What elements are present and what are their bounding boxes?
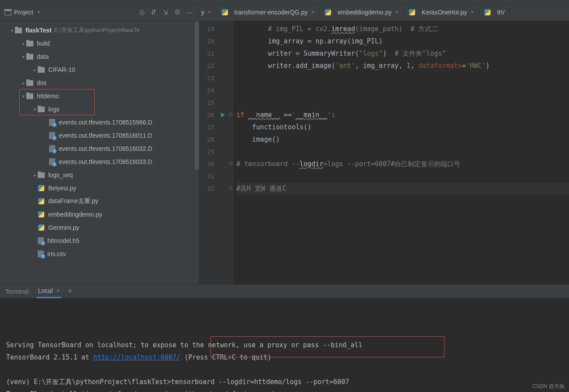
- tree-item-dist[interactable]: dist: [0, 76, 199, 89]
- terminal-tab-local[interactable]: Local ×: [36, 285, 62, 298]
- code-line[interactable]: [236, 146, 569, 158]
- tree-item-label: httmodel.h5: [47, 237, 79, 244]
- code-line[interactable]: # tensorboard --logdir=logs --port=6007#…: [236, 158, 569, 170]
- tree-item-Genmini-py[interactable]: Genmini.py: [0, 221, 199, 234]
- tree-item-build[interactable]: build: [0, 37, 199, 50]
- tree-item-label: Beiyesi.py: [48, 185, 76, 192]
- line-number: 26: [199, 109, 214, 121]
- collapse-all-icon[interactable]: ⇲: [161, 8, 170, 16]
- tree-item-Beiyesi-py[interactable]: Beiyesi.py: [0, 182, 199, 195]
- tree-arrow-icon[interactable]: [9, 28, 15, 33]
- fold-icon[interactable]: ⊟: [228, 182, 234, 195]
- tree-arrow-icon[interactable]: [20, 54, 26, 59]
- code-line[interactable]: [236, 72, 569, 84]
- run-icon[interactable]: [218, 109, 228, 121]
- chevron-down-icon[interactable]: ▾: [38, 10, 40, 14]
- project-tree[interactable]: flaskTestE:\开发工具\pythonProject\flaskTebu…: [0, 21, 199, 284]
- terminal-line: TensorBoard 2.15.1 at http://localhost:6…: [6, 351, 563, 363]
- python-file-icon: [221, 9, 228, 16]
- sidebar-title[interactable]: Project: [14, 9, 33, 16]
- gutter-blank: [228, 60, 234, 72]
- code-line[interactable]: writer = SummaryWriter("logs") # 文件夹"log…: [236, 47, 569, 60]
- tree-item-logs[interactable]: logs: [0, 103, 199, 116]
- code-line[interactable]: if __name__ =='__main__':: [236, 109, 569, 121]
- code-line[interactable]: image(): [236, 133, 569, 146]
- tree-item-dataFrame---py[interactable]: dataFrame去重.py: [0, 195, 199, 208]
- tree-item-logs-seq[interactable]: logs_seq: [0, 168, 199, 182]
- gutter-blank: [228, 133, 234, 146]
- minimize-icon[interactable]: —: [185, 8, 195, 16]
- editor-tab[interactable]: ttV: [480, 4, 509, 21]
- tree-item-events-out-tfevents-1708516033-D[interactable]: events.out.tfevents.1708516033.D: [0, 155, 199, 168]
- code-line[interactable]: [236, 96, 569, 109]
- code-line[interactable]: img_array = np.array(img_PIL): [236, 35, 569, 47]
- tree-item-label: events.out.tfevents.1708516033.D: [59, 158, 152, 165]
- add-terminal-icon[interactable]: +: [68, 287, 72, 296]
- close-icon[interactable]: ×: [394, 9, 399, 15]
- tree-item-label: embeddingdemo.py: [48, 211, 102, 218]
- editor-tab[interactable]: transformer-encoderQG.py×: [217, 4, 320, 21]
- gear-icon[interactable]: ⚙: [173, 8, 182, 16]
- editor-tab[interactable]: embeddingdemo.py×: [320, 4, 404, 21]
- line-number: 19: [199, 23, 214, 35]
- tree-arrow-icon[interactable]: [20, 94, 26, 99]
- tree-item-events-out-tfevents-1708515966-D[interactable]: events.out.tfevents.1708515966.D: [0, 116, 199, 129]
- tree-arrow-icon[interactable]: [20, 81, 26, 86]
- terminal-panel: Terminal: Local × + Serving TensorBoard …: [0, 284, 569, 392]
- code-line[interactable]: #高H 宽W 通道C: [236, 182, 569, 195]
- breadcrumb-bar: [0, 0, 569, 4]
- code-line[interactable]: # img_PIL = cv2.imread(image_path) # 方式二: [236, 23, 569, 35]
- terminal-line: Serving TensorBoard on localhost; to exp…: [6, 339, 563, 351]
- close-icon[interactable]: ×: [207, 9, 212, 15]
- terminal-line: (venv) E:\开发工具\pythonProject\flaskTest>t…: [6, 376, 563, 388]
- tree-arrow-icon[interactable]: [20, 41, 26, 46]
- terminal-link[interactable]: http://localhost:6007/: [93, 353, 181, 361]
- line-number: 30: [199, 158, 214, 170]
- editor-tab[interactable]: y×: [199, 4, 217, 21]
- expand-all-icon[interactable]: ⇵: [149, 8, 158, 16]
- code-line[interactable]: writer.add_image('ant', img_array, 1, da…: [236, 60, 569, 72]
- terminal-line: TensorFlow installation not found - runn…: [6, 388, 563, 392]
- code-editor[interactable]: # img_PIL = cv2.imread(image_path) # 方式二…: [234, 21, 569, 284]
- tree-arrow-icon[interactable]: [32, 107, 38, 112]
- tree-item-flaskTest[interactable]: flaskTestE:\开发工具\pythonProject\flaskTe: [0, 24, 199, 37]
- code-line[interactable]: [236, 170, 569, 182]
- tree-item-embeddingdemo-py[interactable]: embeddingdemo.py: [0, 208, 199, 221]
- unknown-file-icon: [49, 119, 55, 126]
- folder-icon: [26, 80, 33, 86]
- tree-item-events-out-tfevents-1708516011-D[interactable]: events.out.tfevents.1708516011.D: [0, 129, 199, 142]
- tree-arrow-icon[interactable]: [32, 173, 38, 178]
- tree-item-data[interactable]: data: [0, 50, 199, 63]
- editor-area: y×transformer-encoderQG.py×embeddingdemo…: [199, 4, 569, 284]
- tree-item-httmodel-h5[interactable]: httmodel.h5: [0, 234, 199, 247]
- code-line[interactable]: [236, 84, 569, 96]
- fold-icon[interactable]: ⊟: [228, 158, 234, 170]
- tab-label: ttV: [497, 9, 505, 16]
- fold-icon[interactable]: ⊟: [228, 109, 234, 121]
- tree-arrow-icon[interactable]: [32, 68, 38, 72]
- project-sidebar: Project ▾ ◎ ⇵ ⇲ ⚙ — flaskTestE:\开发工具\pyt…: [0, 4, 199, 284]
- gutter-blank: [218, 35, 228, 47]
- python-file-icon: [324, 9, 331, 16]
- unknown-file-icon: [49, 132, 55, 139]
- editor-tab[interactable]: KerasOneHot.py×: [404, 4, 480, 21]
- tree-item-httdemo[interactable]: httdemo: [0, 89, 199, 103]
- locate-icon[interactable]: ◎: [137, 8, 146, 16]
- code-line[interactable]: functiontools(): [236, 121, 569, 133]
- folder-icon: [38, 67, 45, 73]
- tree-item-label: data: [37, 53, 49, 60]
- terminal-output[interactable]: Serving TensorBoard on localhost; to exp…: [0, 299, 569, 392]
- tree-item-label: Genmini.py: [48, 224, 79, 231]
- scrollbar[interactable]: [195, 21, 199, 170]
- tree-item-iris-csv[interactable]: iris.csv: [0, 247, 199, 260]
- close-icon[interactable]: ×: [470, 9, 475, 15]
- terminal-tab-label: Local: [38, 287, 53, 294]
- gutter-blank: [218, 158, 228, 170]
- tree-item-CIFAR-10[interactable]: CIFAR-10: [0, 63, 199, 76]
- close-icon[interactable]: ×: [310, 9, 316, 15]
- close-icon[interactable]: ×: [56, 287, 60, 294]
- tree-item-events-out-tfevents-1708516032-D[interactable]: events.out.tfevents.1708516032.D: [0, 142, 199, 155]
- terminal-line: [6, 363, 563, 376]
- tree-item-label: events.out.tfevents.1708516032.D: [59, 145, 152, 152]
- python-file-icon: [38, 185, 45, 192]
